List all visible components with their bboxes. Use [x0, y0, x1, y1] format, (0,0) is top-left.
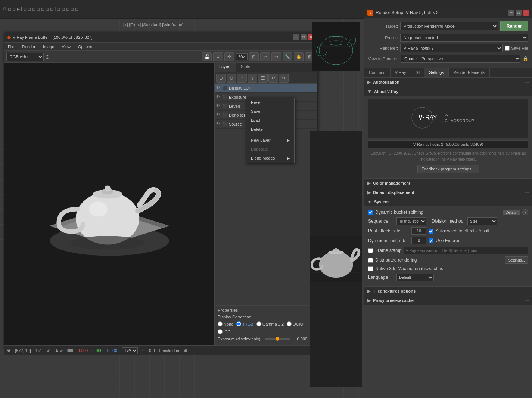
vray-logo-svg: V· RAY by CHAOSGROUP [404, 107, 493, 129]
ctx-delete[interactable]: Delete [246, 125, 294, 134]
move-up-button[interactable]: ↑ [237, 74, 247, 83]
rs-tab-settings[interactable]: Settings [424, 68, 449, 77]
clear-image-button[interactable]: ✕ [213, 52, 223, 61]
rs-section-color-mgmt: ▶ Color management ···· [364, 179, 532, 188]
rs-view-select[interactable]: Quad 4 - Perspective [401, 55, 520, 63]
layer-eye-icon-4[interactable]: 👁 [216, 112, 221, 118]
rs-minimize-button[interactable]: ─ [508, 10, 514, 16]
status-expand-icon[interactable]: ⊞ [184, 348, 187, 353]
layers-tab[interactable]: Layers [215, 63, 236, 72]
rs-save-file-checkbox[interactable] [505, 46, 510, 51]
post-effects-input[interactable] [411, 227, 426, 235]
pan-button[interactable]: ✋ [294, 52, 304, 61]
rs-renderer-select[interactable]: V-Ray 5, hotfix 2 [400, 44, 503, 52]
ctx-blend-modes[interactable]: Blend Modes ▶ [246, 154, 294, 163]
radio-none[interactable]: None [218, 321, 233, 326]
language-select[interactable]: Default [396, 274, 434, 281]
remove-layer-button[interactable]: ⊖ [227, 74, 236, 83]
layers-list-button[interactable]: ☰ [258, 74, 268, 83]
layer-item-display-lut[interactable]: 👁 ⬛ Display LUT [215, 84, 317, 93]
autoswitch-checkbox[interactable] [429, 229, 433, 234]
exposure-slider[interactable] [265, 338, 290, 340]
rs-section-displacement-header[interactable]: ▶ Default displacement ···· [364, 188, 532, 197]
svg-point-25 [319, 252, 353, 278]
vfb-image-area[interactable] [4, 63, 214, 345]
rs-render-button[interactable]: Render [500, 21, 528, 31]
radio-srgb[interactable]: sRGB [236, 321, 253, 326]
hsv-select[interactable]: HSV [122, 347, 138, 354]
distributed-checkbox[interactable] [368, 258, 373, 263]
frame-stamp-checkbox[interactable] [368, 248, 373, 253]
large-teapot-svg [310, 131, 362, 387]
vfb-menu-image[interactable]: Image [41, 44, 56, 50]
vfb-menu-file[interactable]: File [6, 44, 16, 50]
rs-section-color-mgmt-header[interactable]: ▶ Color management ···· [364, 179, 532, 188]
radio-gamma[interactable]: Gamma 2.2 [256, 321, 284, 326]
status-mode: Raw [55, 348, 63, 353]
radio-ocio[interactable]: OCIO [287, 321, 303, 326]
svg-text:by: by [445, 113, 448, 117]
feedback-button[interactable]: Feedback program settings... [417, 165, 479, 173]
rs-section-system-header[interactable]: ▼ System ···· [364, 197, 532, 206]
rs-tab-gi[interactable]: GI [411, 68, 425, 77]
undo-button[interactable]: ↩ [260, 52, 270, 61]
rs-close-button[interactable]: ✕ [523, 10, 529, 16]
ctx-reset[interactable]: Reset [246, 98, 294, 107]
distributed-settings-button[interactable]: Settings... [505, 256, 528, 264]
vfb-minimize-button[interactable]: ─ [293, 34, 299, 40]
vfb-title-area: ◈ V-Ray Frame Buffer - [100.0% of 582 x … [7, 35, 93, 40]
color-correct-button[interactable]: 🔧 [283, 52, 292, 61]
color-mode-select[interactable]: RGB color [6, 53, 44, 61]
stats-tab[interactable]: Stats [236, 63, 255, 72]
layer-type-icon: ⬛ [223, 86, 227, 90]
move-down-button[interactable]: ↓ [248, 74, 257, 83]
rs-section-tiled-textures-header[interactable]: ▶ Tiled textures options ···· [364, 287, 532, 296]
rs-target-label: Target: [368, 24, 398, 28]
ctx-load[interactable]: Load [246, 116, 294, 125]
redo-layers-button[interactable]: ↪ [279, 74, 289, 83]
layer-eye-icon-2[interactable]: 👁 [216, 95, 221, 100]
save-image-button[interactable]: 💾 [202, 52, 212, 61]
ctx-new-layer[interactable]: New Layer ▶ [246, 136, 294, 145]
radio-icc[interactable]: ICC [218, 329, 231, 334]
rs-preset-select[interactable]: No preset selected [400, 34, 528, 42]
use-embree-checkbox[interactable] [429, 238, 433, 243]
layer-type-icon-4: ⬛ [223, 113, 227, 117]
rs-maximize-button[interactable]: □ [516, 10, 522, 16]
vray-logo-area: V· RAY by CHAOSGROUP [368, 99, 528, 138]
layer-eye-icon-5[interactable]: 👁 [216, 121, 221, 127]
dyn-mem-input[interactable] [411, 237, 426, 244]
rs-tab-render-elements[interactable]: Render Elements [449, 68, 490, 77]
ctx-save[interactable]: Save [246, 107, 294, 116]
rs-section-authorization-header[interactable]: ▶ Authorization ···· [364, 78, 532, 87]
add-layer-button[interactable]: ⊕ [216, 74, 226, 83]
color-picker-icon[interactable]: ⊙ [45, 54, 50, 60]
cursor-button[interactable]: ✛ [224, 52, 234, 61]
layer-eye-icon[interactable]: 👁 [216, 86, 221, 91]
vfb-menu-view[interactable]: View [60, 44, 72, 50]
status-cursor-icon: ⊕ [7, 348, 10, 353]
rs-target-select[interactable]: Production Rendering Mode [400, 22, 498, 30]
rs-tab-vray[interactable]: V-Ray [391, 68, 411, 77]
undo-layers-button[interactable]: ↩ [268, 74, 278, 83]
system-dots: ···· [525, 200, 529, 204]
status-coords: [572, 19] [15, 348, 31, 353]
frame-stamp-input[interactable] [404, 247, 528, 254]
vfb-menu-render[interactable]: Render [21, 44, 37, 50]
rs-lock-icon[interactable]: 🔒 [523, 56, 528, 61]
redo-button[interactable]: ↪ [271, 52, 281, 61]
rs-section-about-header[interactable]: ▼ About V-Ray ···· [364, 87, 532, 96]
rs-tab-common[interactable]: Common [364, 68, 391, 77]
rs-section-proxy-cache-header[interactable]: ▶ Proxy preview cache ···· [364, 296, 532, 305]
dynamic-bucket-checkbox[interactable] [368, 210, 373, 215]
layer-eye-icon-3[interactable]: 👁 [216, 104, 221, 109]
sequence-select[interactable]: Triangulation [396, 217, 426, 225]
vfb-menu-options[interactable]: Options [77, 44, 94, 50]
division-method-select[interactable]: Size [467, 217, 497, 225]
native-swatches-checkbox[interactable] [368, 266, 373, 271]
dynamic-bucket-help-icon[interactable]: ? [522, 209, 528, 215]
vfb-menubar: File Render Image View Options [4, 43, 317, 51]
vfb-maximize-button[interactable]: □ [301, 34, 307, 40]
zoom-button[interactable]: ⊡ [249, 52, 259, 61]
authorization-dots: ···· [525, 80, 529, 84]
